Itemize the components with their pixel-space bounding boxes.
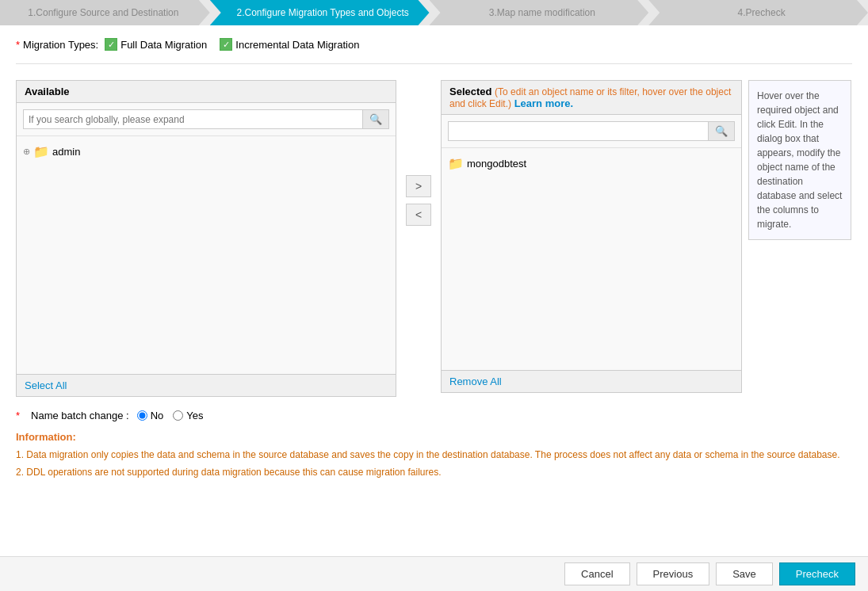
selected-folder-icon: 📁 — [448, 156, 464, 171]
selected-tree-item-mongodbtest[interactable]: 📁 mongodbtest — [448, 154, 735, 173]
available-search-button[interactable]: 🔍 — [362, 110, 388, 128]
panels-container: Available 🔍 ⊕ 📁 admin Select All — [16, 80, 852, 397]
information-section: Information: 1. Data migration only copi… — [16, 431, 852, 479]
folder-icon: 📁 — [33, 144, 49, 159]
wizard-step-4[interactable]: 4.Precheck — [648, 0, 868, 25]
transfer-backward-button[interactable]: < — [406, 204, 431, 226]
selected-tree: 📁 mongodbtest — [442, 148, 741, 370]
full-data-migration-option[interactable]: ✓ Full Data Migration — [105, 38, 207, 51]
transfer-buttons: > < — [396, 175, 441, 226]
save-button[interactable]: Save — [716, 562, 773, 585]
learn-more-link[interactable]: Learn more. — [514, 97, 573, 109]
selected-search-button[interactable]: 🔍 — [708, 122, 734, 140]
selected-panel-header: Selected (To edit an object name or its … — [442, 81, 741, 115]
selected-search-input[interactable] — [449, 123, 708, 140]
required-star: * — [16, 39, 20, 51]
selected-panel-footer: Remove All — [442, 370, 741, 392]
full-migration-label: Full Data Migration — [120, 39, 207, 51]
incremental-migration-checkbox[interactable]: ✓ — [220, 38, 232, 51]
name-batch-options: No Yes — [137, 410, 204, 421]
name-batch-no-label: No — [151, 410, 164, 421]
wizard-step-1[interactable]: 1.Configure Source and Destination — [0, 0, 210, 25]
incremental-migration-label: Incremental Data Migration — [235, 39, 359, 51]
information-title: Information: — [16, 431, 852, 443]
selected-panel: Selected (To edit an object name or its … — [441, 80, 742, 393]
available-tree-item-admin[interactable]: ⊕ 📁 admin — [23, 143, 389, 161]
step3-label: 3.Map name modification — [489, 7, 595, 18]
tree-expand-icon: ⊕ — [23, 147, 30, 157]
available-tree: ⊕ 📁 admin — [17, 136, 396, 374]
selected-header-hint: (To edit an object name or its filter, h… — [449, 86, 731, 109]
forward-icon: > — [415, 180, 422, 193]
available-search-input[interactable] — [24, 111, 362, 128]
migration-types-row: * Migration Types: ✓ Full Data Migration… — [16, 38, 852, 64]
previous-button[interactable]: Previous — [637, 562, 710, 585]
tree-item-label: admin — [52, 146, 80, 158]
wizard-step-2[interactable]: 2.Configure Migration Types and Objects — [210, 0, 430, 25]
full-migration-checkbox[interactable]: ✓ — [105, 38, 117, 51]
step4-label: 4.Precheck — [738, 7, 786, 18]
step1-label: 1.Configure Source and Destination — [28, 7, 178, 18]
selected-header-text: Selected — [449, 86, 491, 97]
incremental-data-migration-option[interactable]: ✓ Incremental Data Migration — [220, 38, 359, 51]
selected-tree-item-label: mongodbtest — [467, 158, 526, 170]
wizard-step-3[interactable]: 3.Map name modification — [430, 0, 649, 25]
selected-search-area: 🔍 — [442, 115, 741, 148]
info-item-1: 1. Data migration only copies the data a… — [16, 448, 852, 462]
tooltip-box: Hover over the required object and click… — [748, 80, 851, 240]
info-item-2: 2. DDL operations are not supported duri… — [16, 465, 852, 479]
wizard-steps: 1.Configure Source and Destination 2.Con… — [0, 0, 868, 25]
cancel-button[interactable]: Cancel — [564, 562, 629, 585]
name-batch-yes-label: Yes — [186, 410, 203, 421]
available-search-wrap: 🔍 — [23, 109, 389, 129]
remove-all-link[interactable]: Remove All — [449, 376, 502, 387]
name-batch-no-radio[interactable] — [137, 410, 147, 421]
name-batch-row: * Name batch change : No Yes — [16, 410, 852, 421]
name-batch-yes-radio[interactable] — [173, 410, 183, 421]
step2-label: 2.Configure Migration Types and Objects — [237, 7, 409, 18]
name-batch-yes-option[interactable]: Yes — [173, 410, 203, 421]
migration-options: ✓ Full Data Migration ✓ Incremental Data… — [105, 38, 359, 51]
migration-types-label: Migration Types: — [23, 39, 98, 51]
available-panel: Available 🔍 ⊕ 📁 admin Select All — [16, 80, 396, 397]
backward-icon: < — [415, 208, 422, 221]
transfer-forward-button[interactable]: > — [406, 175, 431, 197]
available-panel-footer: Select All — [17, 374, 396, 396]
select-all-link[interactable]: Select All — [25, 379, 67, 391]
available-panel-header: Available — [17, 81, 396, 103]
name-batch-label: Name batch change : — [31, 410, 129, 421]
name-batch-required-star: * — [16, 410, 20, 421]
selected-search-wrap: 🔍 — [448, 121, 735, 141]
available-search-area: 🔍 — [17, 103, 396, 136]
tooltip-text: Hover over the required object and click… — [757, 90, 842, 230]
footer-bar: Cancel Previous Save Precheck — [0, 556, 868, 591]
available-header-text: Available — [25, 86, 70, 97]
name-batch-no-option[interactable]: No — [137, 410, 164, 421]
main-content: * Migration Types: ✓ Full Data Migration… — [0, 25, 868, 556]
precheck-button[interactable]: Precheck — [779, 562, 855, 585]
